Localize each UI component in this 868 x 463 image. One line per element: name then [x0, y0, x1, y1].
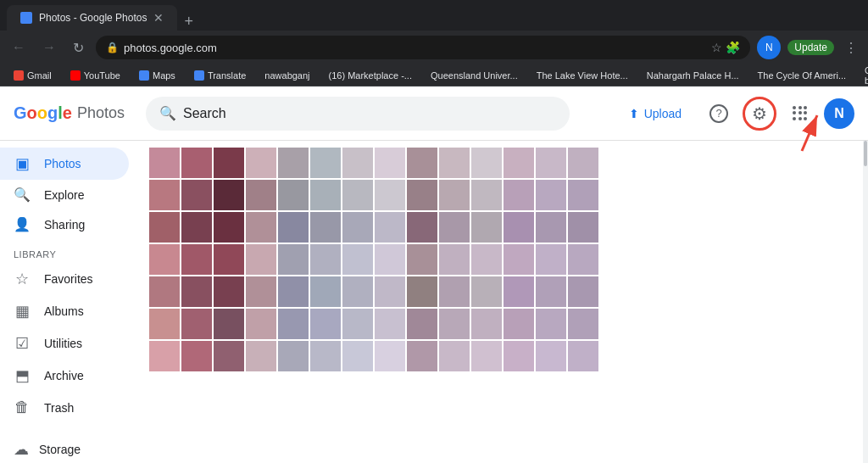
apps-button[interactable] — [783, 97, 817, 131]
photo-cell[interactable] — [536, 148, 566, 178]
photo-cell[interactable] — [181, 212, 212, 243]
photo-cell[interactable] — [439, 276, 470, 307]
photo-cell[interactable] — [278, 148, 309, 178]
photo-cell[interactable] — [214, 309, 244, 339]
tab-close-button[interactable]: ✕ — [153, 11, 164, 25]
more-options-button[interactable]: ⋮ — [841, 40, 861, 56]
photo-cell[interactable] — [214, 341, 244, 371]
photo-cell[interactable] — [246, 244, 276, 275]
photo-cell[interactable] — [310, 309, 341, 339]
other-bookmarks[interactable]: Other bookmarks — [858, 64, 868, 86]
photo-cell[interactable] — [536, 276, 566, 307]
photo-cell[interactable] — [536, 212, 566, 243]
photo-cell[interactable] — [149, 180, 180, 210]
address-bar[interactable]: 🔒 photos.google.com ☆ 🧩 — [96, 36, 750, 59]
photo-cell[interactable] — [568, 309, 598, 339]
photo-cell[interactable] — [342, 276, 373, 307]
reload-button[interactable]: ↻ — [68, 36, 89, 59]
photo-cell[interactable] — [310, 148, 341, 178]
photo-cell[interactable] — [504, 341, 534, 371]
sidebar-item-explore[interactable]: 🔍 Explore — [0, 180, 129, 209]
photo-cell[interactable] — [181, 148, 212, 178]
photo-cell[interactable] — [149, 276, 180, 307]
photo-cell[interactable] — [375, 309, 405, 339]
photo-cell[interactable] — [342, 180, 373, 210]
photo-cell[interactable] — [214, 180, 244, 210]
photo-cell[interactable] — [439, 244, 470, 275]
photo-cell[interactable] — [407, 341, 437, 371]
photo-cell[interactable] — [407, 244, 437, 275]
active-tab[interactable]: Photos - Google Photos ✕ — [7, 5, 177, 31]
back-button[interactable]: ← — [7, 36, 31, 59]
bookmark-nahargarh[interactable]: Nahargarh Palace H... — [640, 69, 746, 82]
photo-cell[interactable] — [149, 212, 180, 243]
extension-icon[interactable]: 🧩 — [726, 41, 740, 54]
bookmark-cycle[interactable]: The Cycle Of Ameri... — [751, 69, 854, 82]
photo-cell[interactable] — [407, 212, 437, 243]
photo-cell[interactable] — [278, 180, 309, 210]
sidebar-item-favorites[interactable]: ☆ Favorites — [0, 263, 129, 295]
photo-cell[interactable] — [504, 276, 534, 307]
photo-cell[interactable] — [375, 148, 405, 178]
search-bar[interactable]: 🔍 — [146, 97, 570, 131]
photo-cell[interactable] — [439, 341, 470, 371]
photo-cell[interactable] — [214, 148, 244, 178]
help-button[interactable]: ? — [702, 97, 736, 131]
photo-cell[interactable] — [407, 148, 437, 178]
photo-cell[interactable] — [149, 309, 180, 339]
photo-cell[interactable] — [278, 276, 309, 307]
scrollbar-thumb[interactable] — [864, 141, 867, 166]
bookmark-icon[interactable]: ☆ — [711, 41, 722, 54]
photo-cell[interactable] — [342, 212, 373, 243]
profile-button[interactable]: N — [757, 36, 781, 59]
photo-cell[interactable] — [504, 180, 534, 210]
photo-cell[interactable] — [246, 212, 276, 243]
photo-cell[interactable] — [375, 212, 405, 243]
photo-cell[interactable] — [246, 341, 276, 371]
bookmark-marketplace[interactable]: (16) Marketplace -... — [322, 69, 419, 82]
photo-cell[interactable] — [181, 309, 212, 339]
sidebar-item-trash[interactable]: 🗑 Trash — [0, 392, 129, 423]
photo-cell[interactable] — [149, 148, 180, 178]
settings-button[interactable]: ⚙ — [743, 97, 776, 131]
photo-cell[interactable] — [536, 341, 566, 371]
bookmark-lakeview[interactable]: The Lake View Hote... — [530, 69, 635, 82]
photo-cell[interactable] — [214, 212, 244, 243]
photo-cell[interactable] — [375, 180, 405, 210]
photo-cell[interactable] — [246, 180, 276, 210]
photo-cell[interactable] — [278, 341, 309, 371]
photo-cell[interactable] — [149, 341, 180, 371]
photo-cell[interactable] — [439, 180, 470, 210]
photo-cell[interactable] — [407, 276, 437, 307]
bookmark-nawabganj[interactable]: nawabganj — [258, 69, 316, 82]
update-button[interactable]: Update — [787, 40, 834, 55]
bookmark-translate[interactable]: Translate — [187, 69, 253, 82]
photo-cell[interactable] — [214, 244, 244, 275]
photo-cell[interactable] — [246, 309, 276, 339]
photo-cell[interactable] — [568, 148, 598, 178]
scrollbar-area[interactable] — [863, 141, 868, 463]
photo-cell[interactable] — [568, 180, 598, 210]
photo-cell[interactable] — [181, 341, 212, 371]
photo-cell[interactable] — [310, 276, 341, 307]
photo-cell[interactable] — [342, 244, 373, 275]
sidebar-item-utilities[interactable]: ☑ Utilities — [0, 327, 129, 360]
upload-button[interactable]: ⬆ Upload — [615, 100, 695, 127]
photo-cell[interactable] — [471, 244, 502, 275]
photo-cell[interactable] — [471, 212, 502, 243]
photo-cell[interactable] — [471, 341, 502, 371]
photo-cell[interactable] — [278, 212, 309, 243]
photo-cell[interactable] — [568, 244, 598, 275]
photo-cell[interactable] — [278, 244, 309, 275]
photo-cell[interactable] — [310, 341, 341, 371]
photo-cell[interactable] — [246, 276, 276, 307]
forward-button[interactable]: → — [37, 36, 61, 59]
photo-cell[interactable] — [439, 212, 470, 243]
photo-cell[interactable] — [471, 148, 502, 178]
photo-cell[interactable] — [407, 309, 437, 339]
photo-cell[interactable] — [471, 276, 502, 307]
photo-cell[interactable] — [407, 180, 437, 210]
photo-cell[interactable] — [342, 148, 373, 178]
photo-cell[interactable] — [471, 309, 502, 339]
sidebar-item-sharing[interactable]: 👤 Sharing — [0, 209, 129, 239]
